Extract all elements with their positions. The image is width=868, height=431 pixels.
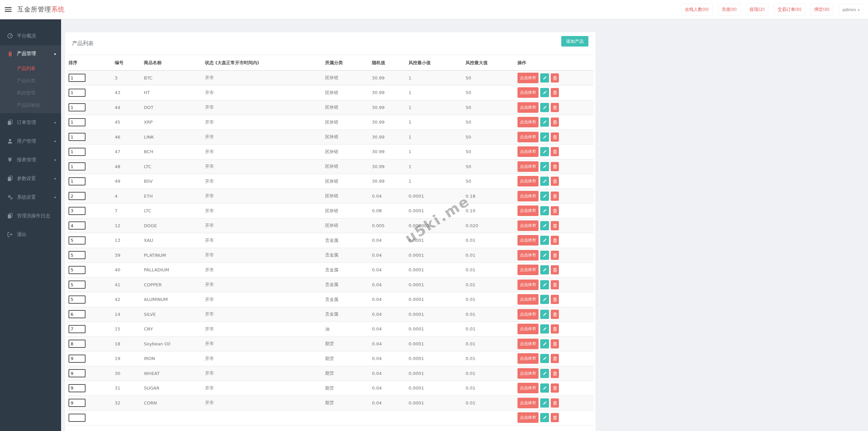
delete-button[interactable] bbox=[551, 354, 559, 363]
delete-button[interactable] bbox=[551, 324, 559, 334]
delete-button[interactable] bbox=[551, 398, 559, 408]
sidebar-item-orders[interactable]: 订单管理 ▸ bbox=[0, 113, 61, 132]
edit-button[interactable] bbox=[540, 324, 549, 334]
sort-input[interactable] bbox=[69, 221, 86, 230]
delete-button[interactable] bbox=[551, 236, 559, 245]
edit-button[interactable] bbox=[540, 280, 549, 289]
menu-toggle-icon[interactable] bbox=[5, 7, 12, 12]
sidebar-item-parameters[interactable]: 参数设置 ▸ bbox=[0, 169, 61, 188]
suspend-button[interactable]: 点击休市 bbox=[517, 383, 539, 393]
online-users-link[interactable]: 在线人数(0) bbox=[681, 3, 712, 16]
edit-button[interactable] bbox=[540, 295, 549, 304]
sidebar-item-admin-log[interactable]: 管理员操作日志 bbox=[0, 206, 61, 225]
edit-button[interactable] bbox=[540, 118, 549, 127]
edit-button[interactable] bbox=[540, 103, 549, 112]
sidebar-item-users[interactable]: 用户管理 ▸ bbox=[0, 132, 61, 150]
sort-input[interactable] bbox=[69, 266, 86, 274]
sort-input[interactable] bbox=[69, 118, 86, 126]
edit-button[interactable] bbox=[540, 383, 549, 393]
edit-button[interactable] bbox=[540, 339, 549, 348]
suspend-button[interactable]: 点击休市 bbox=[517, 191, 539, 201]
suspend-button[interactable]: 点击休市 bbox=[517, 324, 539, 334]
sort-input[interactable] bbox=[69, 295, 86, 304]
suspend-button[interactable]: 点击休市 bbox=[517, 146, 539, 157]
edit-button[interactable] bbox=[540, 265, 549, 274]
delete-button[interactable] bbox=[551, 295, 559, 304]
sort-input[interactable] bbox=[69, 177, 86, 185]
delete-button[interactable] bbox=[551, 88, 559, 97]
suspend-button[interactable]: 点击休市 bbox=[517, 220, 539, 231]
delete-button[interactable] bbox=[551, 221, 559, 230]
delete-button[interactable] bbox=[551, 118, 559, 127]
suspend-button[interactable]: 点击休市 bbox=[517, 102, 539, 113]
edit-button[interactable] bbox=[540, 398, 549, 408]
sidebar-item-logout[interactable]: 退出 bbox=[0, 225, 61, 244]
delete-button[interactable] bbox=[551, 413, 559, 422]
delete-button[interactable] bbox=[551, 251, 559, 260]
suspend-button[interactable]: 点击休市 bbox=[517, 117, 539, 127]
delete-button[interactable] bbox=[551, 147, 559, 156]
trade-orders-link[interactable]: 交易订单(0) bbox=[774, 3, 805, 16]
suspend-button[interactable]: 点击休市 bbox=[517, 294, 539, 305]
edit-button[interactable] bbox=[540, 88, 549, 97]
suspend-button[interactable]: 点击休市 bbox=[517, 161, 539, 172]
delete-button[interactable] bbox=[551, 177, 559, 186]
suspend-button[interactable]: 点击休市 bbox=[517, 398, 539, 408]
sort-input[interactable] bbox=[69, 162, 86, 170]
sidebar-item-product-recycle[interactable]: 产品回收站 bbox=[0, 99, 61, 111]
edit-button[interactable] bbox=[540, 73, 549, 83]
sidebar-item-product-category[interactable]: 产品分类 bbox=[0, 74, 61, 87]
sort-input[interactable] bbox=[69, 192, 86, 200]
edit-button[interactable] bbox=[540, 132, 549, 142]
edit-button[interactable] bbox=[540, 206, 549, 215]
edit-button[interactable] bbox=[540, 310, 549, 319]
sort-input[interactable] bbox=[69, 89, 86, 97]
edit-button[interactable] bbox=[540, 251, 549, 260]
sort-input[interactable] bbox=[69, 414, 86, 422]
suspend-button[interactable]: 点击休市 bbox=[517, 368, 539, 379]
sort-input[interactable] bbox=[69, 369, 86, 377]
edit-button[interactable] bbox=[540, 236, 549, 245]
sort-input[interactable] bbox=[69, 148, 86, 156]
suspend-button[interactable]: 点击休市 bbox=[517, 235, 539, 246]
sidebar-item-system-settings[interactable]: 系统设置 ▸ bbox=[0, 188, 61, 206]
edit-button[interactable] bbox=[540, 354, 549, 363]
suspend-button[interactable]: 点击休市 bbox=[517, 280, 539, 290]
suspend-button[interactable]: 点击休市 bbox=[517, 205, 539, 216]
delete-button[interactable] bbox=[551, 339, 559, 348]
suspend-button[interactable]: 点击休市 bbox=[517, 265, 539, 275]
sidebar-item-risk-management[interactable]: 风控管理 bbox=[0, 87, 61, 99]
sort-input[interactable] bbox=[69, 74, 86, 82]
delete-button[interactable] bbox=[551, 162, 559, 171]
sort-input[interactable] bbox=[69, 281, 86, 289]
sort-input[interactable] bbox=[69, 236, 86, 245]
delete-button[interactable] bbox=[551, 265, 559, 274]
suspend-button[interactable]: 点击休市 bbox=[517, 353, 539, 364]
delete-button[interactable] bbox=[551, 132, 559, 142]
delete-button[interactable] bbox=[551, 383, 559, 393]
admin-menu[interactable]: admin▾ bbox=[838, 4, 863, 15]
delete-button[interactable] bbox=[551, 73, 559, 83]
sort-input[interactable] bbox=[69, 355, 86, 363]
delete-button[interactable] bbox=[551, 369, 559, 378]
sort-input[interactable] bbox=[69, 251, 86, 259]
sort-input[interactable] bbox=[69, 207, 86, 215]
sidebar-item-product-list[interactable]: 产品列表 bbox=[0, 62, 61, 74]
edit-button[interactable] bbox=[540, 162, 549, 171]
bind-link[interactable]: 绑定(0) bbox=[811, 3, 833, 16]
suspend-button[interactable]: 点击休市 bbox=[517, 132, 539, 142]
delete-button[interactable] bbox=[551, 103, 559, 112]
delete-button[interactable] bbox=[551, 280, 559, 289]
add-product-button[interactable]: 添加产品 bbox=[561, 36, 588, 47]
sidebar-item-reports[interactable]: ¥ 报表管理 ▸ bbox=[0, 150, 61, 169]
sort-input[interactable] bbox=[69, 325, 86, 333]
edit-button[interactable] bbox=[540, 177, 549, 186]
delete-button[interactable] bbox=[551, 192, 559, 201]
suspend-button[interactable]: 点击休市 bbox=[517, 309, 539, 320]
suspend-button[interactable]: 点击休市 bbox=[517, 339, 539, 349]
sort-input[interactable] bbox=[69, 133, 86, 141]
sort-input[interactable] bbox=[69, 384, 86, 392]
suspend-button[interactable]: 点击休市 bbox=[517, 73, 539, 83]
edit-button[interactable] bbox=[540, 221, 549, 230]
edit-button[interactable] bbox=[540, 413, 549, 422]
